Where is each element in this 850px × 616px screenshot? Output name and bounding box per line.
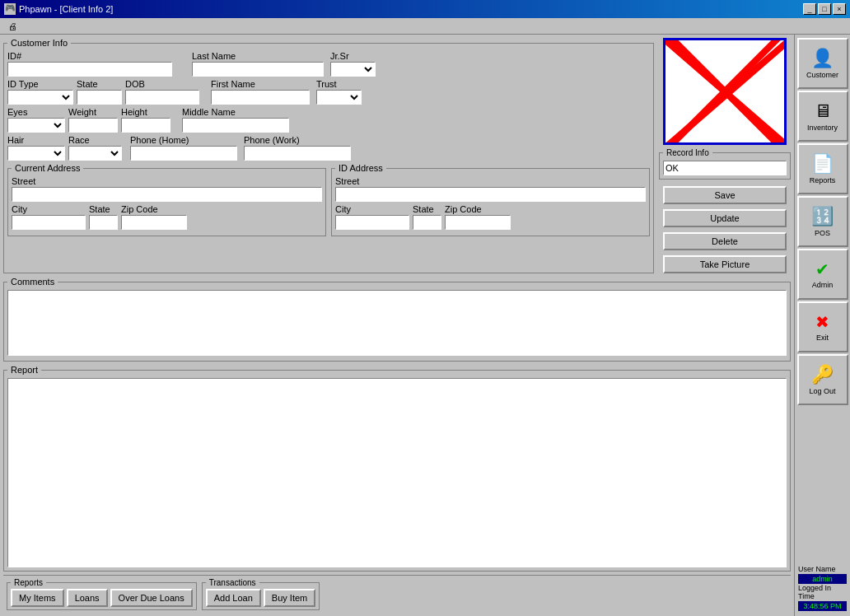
id-input[interactable] xyxy=(7,62,172,77)
id-street-row: Street xyxy=(335,176,646,202)
id-row: ID# Last Name Jr.Sr JrSrIIIII xyxy=(7,51,650,77)
dob-label: DOB xyxy=(125,79,199,89)
hair-select[interactable] xyxy=(7,146,65,161)
address-grid: Current Address Street City xyxy=(7,163,650,236)
photo-x-svg xyxy=(666,40,784,142)
id-type-select[interactable] xyxy=(7,90,73,105)
sidebar-logout-button[interactable]: 🔑 Log Out xyxy=(797,354,848,405)
comments-textarea[interactable] xyxy=(7,290,787,356)
last-name-field: Last Name xyxy=(192,51,324,77)
sidebar-exit-label: Exit xyxy=(816,334,829,342)
take-picture-button[interactable]: Take Picture xyxy=(663,255,787,273)
eyes-select[interactable] xyxy=(7,118,65,133)
first-name-field: First Name xyxy=(211,79,310,105)
sidebar-admin-label: Admin xyxy=(812,281,834,289)
hair-label: Hair xyxy=(7,135,65,145)
app-icon: 🎮 xyxy=(4,3,16,15)
current-address-legend: Current Address xyxy=(12,163,83,173)
minimize-button[interactable]: _ xyxy=(803,3,816,15)
state-input[interactable] xyxy=(77,90,122,105)
transactions-group: Transactions Add Loan Buy Item xyxy=(202,578,320,610)
middle-name-field: Middle Name xyxy=(182,107,289,133)
jr-sr-field: Jr.Sr JrSrIIIII xyxy=(330,51,376,77)
trust-field: Trust YesNo xyxy=(316,79,362,105)
svg-line-0 xyxy=(666,40,784,142)
id-street-input[interactable] xyxy=(335,187,646,202)
restore-button[interactable]: □ xyxy=(818,3,831,15)
current-zip-input[interactable] xyxy=(121,215,187,230)
current-state-field: State xyxy=(89,204,118,230)
race-label: Race xyxy=(68,135,122,145)
user-name-label: User Name xyxy=(798,565,847,573)
last-name-input[interactable] xyxy=(192,62,324,77)
sidebar-admin-button[interactable]: ✔ Admin xyxy=(797,249,848,300)
current-city-input[interactable] xyxy=(12,215,86,230)
delete-button[interactable]: Delete xyxy=(663,232,787,250)
report-fieldset: Report xyxy=(3,365,791,572)
reports-group: Reports My Items Loans Over Due Loans xyxy=(7,578,197,610)
my-items-button[interactable]: My Items xyxy=(11,589,64,607)
sidebar-customer-button[interactable]: 👤 Customer xyxy=(797,38,848,89)
id-state-input[interactable] xyxy=(413,215,441,230)
main-container: Customer Info ID# Last Name Jr.Sr xyxy=(0,35,850,616)
id-street-field: Street xyxy=(335,176,646,202)
id-street-label: Street xyxy=(335,176,646,186)
close-button[interactable]: × xyxy=(833,3,846,15)
weight-input[interactable] xyxy=(68,118,118,133)
hair-row: Hair Race Phone (Home) Phone (Work) xyxy=(7,135,650,161)
middle-name-label: Middle Name xyxy=(182,107,289,117)
height-input[interactable] xyxy=(121,118,170,133)
sidebar-reports-button[interactable]: 📄 Reports xyxy=(797,143,848,194)
id-city-label: City xyxy=(335,204,409,214)
update-button[interactable]: Update xyxy=(663,209,787,227)
logged-in-time: 3:48:56 PM xyxy=(798,601,847,611)
report-box xyxy=(7,378,787,567)
record-info-status[interactable] xyxy=(663,161,787,175)
menu-print[interactable]: 🖨 xyxy=(3,21,22,32)
over-due-loans-button[interactable]: Over Due Loans xyxy=(110,589,193,607)
dob-input[interactable] xyxy=(125,90,199,105)
jr-sr-label: Jr.Sr xyxy=(330,51,376,61)
save-button[interactable]: Save xyxy=(663,186,787,204)
client-info-fieldset: Customer Info ID# Last Name Jr.Sr xyxy=(3,38,654,273)
id-city-row: City State Zip Code xyxy=(335,204,646,230)
add-loan-button[interactable]: Add Loan xyxy=(206,589,261,607)
current-city-field: City xyxy=(12,204,86,230)
phone-work-input[interactable] xyxy=(244,146,351,161)
first-name-input[interactable] xyxy=(211,90,310,105)
sidebar-inventory-button[interactable]: 🖥 Inventory xyxy=(797,91,848,142)
phone-work-label: Phone (Work) xyxy=(244,135,351,145)
loans-button[interactable]: Loans xyxy=(67,589,108,607)
sidebar-pos-label: POS xyxy=(815,229,830,237)
sidebar-pos-button[interactable]: 🔢 POS xyxy=(797,196,848,247)
middle-name-input[interactable] xyxy=(182,118,289,133)
id-state-label: State xyxy=(413,204,441,214)
id-zip-label: Zip Code xyxy=(445,204,511,214)
eyes-field: Eyes xyxy=(7,107,65,133)
sidebar-reports-label: Reports xyxy=(810,176,836,184)
weight-label: Weight xyxy=(68,107,118,117)
current-state-input[interactable] xyxy=(89,215,118,230)
id-type-row: ID Type State DOB First Name xyxy=(7,79,650,105)
state-label: State xyxy=(77,79,122,89)
id-state-field: State xyxy=(413,204,441,230)
race-select[interactable] xyxy=(68,146,122,161)
photo-box xyxy=(663,38,787,145)
phone-home-input[interactable] xyxy=(130,146,237,161)
current-street-input[interactable] xyxy=(12,187,322,202)
logout-icon: 🔑 xyxy=(811,364,834,385)
client-info-legend: Customer Info xyxy=(7,38,71,48)
last-name-label: Last Name xyxy=(192,51,324,61)
id-city-input[interactable] xyxy=(335,215,409,230)
id-type-label: ID Type xyxy=(7,79,73,89)
buy-item-button[interactable]: Buy Item xyxy=(264,589,315,607)
report-legend: Report xyxy=(7,365,41,375)
sidebar-exit-button[interactable]: ✖ Exit xyxy=(797,301,848,352)
id-field: ID# xyxy=(7,51,172,77)
id-zip-input[interactable] xyxy=(445,215,511,230)
id-address-legend: ID Address xyxy=(335,163,386,173)
comments-legend: Comments xyxy=(7,277,58,287)
jr-sr-select[interactable]: JrSrIIIII xyxy=(330,62,376,77)
trust-select[interactable]: YesNo xyxy=(316,90,362,105)
phone-home-label: Phone (Home) xyxy=(130,135,237,145)
